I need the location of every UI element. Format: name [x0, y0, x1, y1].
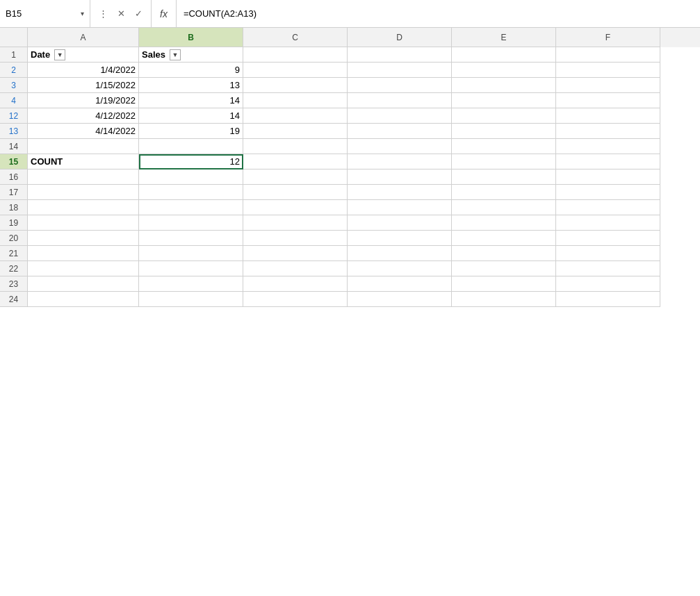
cell-c2[interactable] — [243, 63, 348, 78]
cell-d17[interactable] — [348, 185, 452, 200]
cell-a4[interactable]: 1/19/2022 — [28, 93, 139, 108]
cell-d24[interactable] — [348, 292, 452, 307]
cell-b18[interactable] — [139, 200, 243, 215]
cell-c4[interactable] — [243, 93, 348, 108]
cell-f23[interactable] — [556, 276, 660, 292]
cell-e19[interactable] — [452, 215, 556, 231]
cell-c1[interactable] — [243, 47, 348, 63]
cell-c16[interactable] — [243, 169, 348, 185]
cell-a15[interactable]: COUNT — [28, 154, 139, 169]
cell-d20[interactable] — [348, 231, 452, 246]
cell-a16[interactable] — [28, 169, 139, 185]
cell-f4[interactable] — [556, 93, 660, 108]
cell-e24[interactable] — [452, 292, 556, 307]
cell-e15[interactable] — [452, 154, 556, 169]
cell-b23[interactable] — [139, 276, 243, 292]
cell-b20[interactable] — [139, 231, 243, 246]
cell-a22[interactable] — [28, 261, 139, 276]
cell-a3[interactable]: 1/15/2022 — [28, 78, 139, 93]
cell-ref-dropdown-icon[interactable]: ▾ — [81, 10, 84, 17]
col-header-a[interactable]: A — [28, 28, 139, 47]
cell-d22[interactable] — [348, 261, 452, 276]
cell-b14[interactable] — [139, 139, 243, 154]
cell-f13[interactable] — [556, 124, 660, 139]
cell-d23[interactable] — [348, 276, 452, 292]
cell-f17[interactable] — [556, 185, 660, 200]
cell-e2[interactable] — [452, 63, 556, 78]
formula-input[interactable]: =COUNT(A2:A13) — [177, 0, 700, 27]
cell-e21[interactable] — [452, 246, 556, 261]
cell-reference-box[interactable]: B15 ▾ — [0, 0, 90, 27]
cell-c20[interactable] — [243, 231, 348, 246]
cell-e12[interactable] — [452, 108, 556, 124]
cell-a1[interactable]: Date ▼ — [28, 47, 139, 63]
cell-e1[interactable] — [452, 47, 556, 63]
cell-f3[interactable] — [556, 78, 660, 93]
cell-f18[interactable] — [556, 200, 660, 215]
cell-b13[interactable]: 19 — [139, 124, 243, 139]
cell-b4[interactable]: 14 — [139, 93, 243, 108]
cell-f22[interactable] — [556, 261, 660, 276]
cell-c15[interactable] — [243, 154, 348, 169]
cell-f2[interactable] — [556, 63, 660, 78]
cell-c12[interactable] — [243, 108, 348, 124]
cell-b3[interactable]: 13 — [139, 78, 243, 93]
cell-e22[interactable] — [452, 261, 556, 276]
cell-b12[interactable]: 14 — [139, 108, 243, 124]
col-header-b[interactable]: B — [139, 28, 243, 47]
cell-c14[interactable] — [243, 139, 348, 154]
cell-c19[interactable] — [243, 215, 348, 231]
cell-f1[interactable] — [556, 47, 660, 63]
cell-f15[interactable] — [556, 154, 660, 169]
cell-d4[interactable] — [348, 93, 452, 108]
cell-a23[interactable] — [28, 276, 139, 292]
cell-b24[interactable] — [139, 292, 243, 307]
cancel-icon[interactable]: ✕ — [115, 7, 128, 20]
cell-e13[interactable] — [452, 124, 556, 139]
cell-a17[interactable] — [28, 185, 139, 200]
cell-d15[interactable] — [348, 154, 452, 169]
cell-c23[interactable] — [243, 276, 348, 292]
cell-d19[interactable] — [348, 215, 452, 231]
cell-b16[interactable] — [139, 169, 243, 185]
cell-f16[interactable] — [556, 169, 660, 185]
cell-f12[interactable] — [556, 108, 660, 124]
cell-e23[interactable] — [452, 276, 556, 292]
cell-e16[interactable] — [452, 169, 556, 185]
cell-d14[interactable] — [348, 139, 452, 154]
cell-d16[interactable] — [348, 169, 452, 185]
cell-c3[interactable] — [243, 78, 348, 93]
cell-a14[interactable] — [28, 139, 139, 154]
cell-d3[interactable] — [348, 78, 452, 93]
cell-a2[interactable]: 1/4/2022 — [28, 63, 139, 78]
cell-a24[interactable] — [28, 292, 139, 307]
cell-a20[interactable] — [28, 231, 139, 246]
cell-e17[interactable] — [452, 185, 556, 200]
cell-c21[interactable] — [243, 246, 348, 261]
cell-d12[interactable] — [348, 108, 452, 124]
cell-f21[interactable] — [556, 246, 660, 261]
cell-b21[interactable] — [139, 246, 243, 261]
cell-b22[interactable] — [139, 261, 243, 276]
cell-b1[interactable]: Sales ▼ — [139, 47, 243, 63]
cell-d13[interactable] — [348, 124, 452, 139]
cell-b2[interactable]: 9 — [139, 63, 243, 78]
cell-f14[interactable] — [556, 139, 660, 154]
cell-e4[interactable] — [452, 93, 556, 108]
col-header-c[interactable]: C — [243, 28, 348, 47]
cell-f19[interactable] — [556, 215, 660, 231]
cell-c22[interactable] — [243, 261, 348, 276]
cell-a19[interactable] — [28, 215, 139, 231]
cell-f24[interactable] — [556, 292, 660, 307]
cell-d2[interactable] — [348, 63, 452, 78]
cell-d18[interactable] — [348, 200, 452, 215]
cell-b15[interactable]: 12 — [139, 154, 243, 169]
cell-c18[interactable] — [243, 200, 348, 215]
cell-c17[interactable] — [243, 185, 348, 200]
col-header-e[interactable]: E — [452, 28, 556, 47]
cell-d1[interactable] — [348, 47, 452, 63]
cell-a18[interactable] — [28, 200, 139, 215]
cell-e18[interactable] — [452, 200, 556, 215]
cell-e14[interactable] — [452, 139, 556, 154]
cell-c24[interactable] — [243, 292, 348, 307]
